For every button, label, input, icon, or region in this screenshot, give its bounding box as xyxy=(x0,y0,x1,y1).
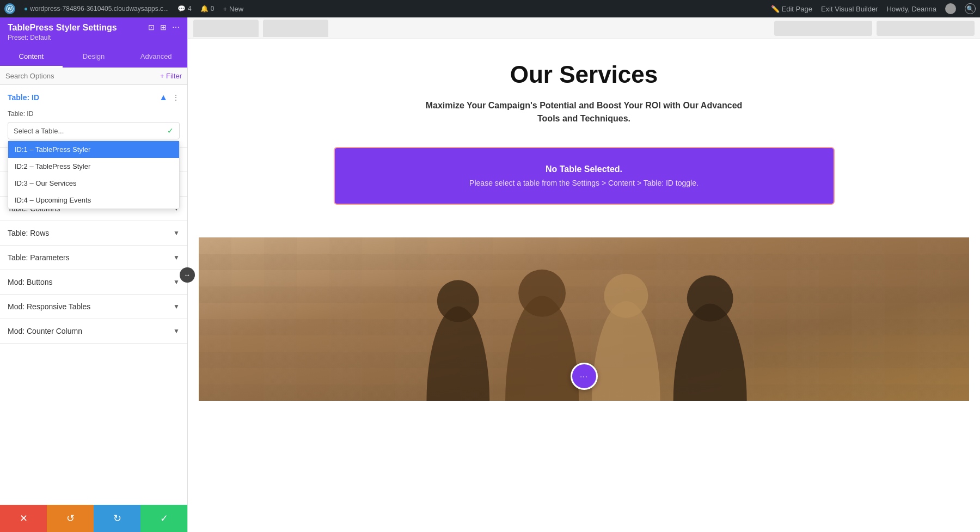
sidebar-layout-icon[interactable]: ⊞ xyxy=(160,23,167,32)
sidebar-copy-icon[interactable]: ⊡ xyxy=(148,23,155,32)
table-widget[interactable]: No Table Selected. Please select a table… xyxy=(334,147,835,205)
sidebar-content: Table: ID ▲ ⋮ Table: ID Select a Table..… xyxy=(0,85,187,505)
page-canvas: Our Services Maximize Your Campaign's Po… xyxy=(188,39,980,423)
section-mod-responsive-title: Mod: Responsive Tables xyxy=(8,302,90,311)
chevron-down-icon-responsive: ▼ xyxy=(173,303,180,310)
chevron-down-icon-parameters: ▼ xyxy=(173,254,180,261)
no-table-title: No Table Selected. xyxy=(346,164,823,174)
edit-page-bar-link[interactable]: ✏️ Edit Page xyxy=(771,5,812,13)
user-avatar[interactable] xyxy=(945,3,956,14)
services-section: Our Services Maximize Your Campaign's Po… xyxy=(334,61,835,205)
search-bar: + Filter xyxy=(0,68,187,85)
table-id-field-label: Table: ID xyxy=(8,110,180,118)
chevron-down-icon-mod-buttons: ▼ xyxy=(173,278,180,286)
comments-bar-icon[interactable]: 💬 4 xyxy=(177,5,192,13)
dropdown-option-1[interactable]: ID:1 – TablePress Styler xyxy=(8,141,179,158)
section-mod-buttons-title: Mod: Buttons xyxy=(8,278,53,286)
section-table-id-header[interactable]: Table: ID ▲ ⋮ xyxy=(0,85,187,110)
builder-tab-2[interactable] xyxy=(263,20,328,37)
section-table-parameters: Table: Parameters ▼ xyxy=(0,246,187,270)
services-subtitle: Maximize Your Campaign's Potential and B… xyxy=(421,99,748,125)
no-table-msg: Please select a table from the Settings … xyxy=(346,179,823,187)
builder-top-bar xyxy=(188,17,980,39)
sidebar-preset: Preset: Default xyxy=(8,34,180,41)
section-table-rows: Table: Rows ▼ xyxy=(0,221,187,246)
dropdown-option-4[interactable]: ID:4 – Upcoming Events xyxy=(8,192,179,209)
undo-button[interactable]: ↺ xyxy=(47,505,94,532)
section-table-parameters-title: Table: Parameters xyxy=(8,253,70,262)
section-mod-counter: Mod: Counter Column ▼ xyxy=(0,319,187,344)
section-table-rows-header[interactable]: Table: Rows ▼ xyxy=(0,221,187,245)
section-table-rows-title: Table: Rows xyxy=(8,229,49,237)
section-table-id-title: Table: ID xyxy=(8,93,39,102)
site-name-bar[interactable]: ● wordpress-784896-3610405.cloudwaysapps… xyxy=(24,5,169,13)
resize-handle[interactable]: ↔ xyxy=(180,267,195,283)
chat-dots-icon: ··· xyxy=(580,372,588,381)
table-select-dropdown: Select a Table... ✓ ID:1 – TablePress St… xyxy=(8,122,180,139)
svg-point-9 xyxy=(687,276,733,322)
wp-admin-bar: W ● wordpress-784896-3610405.cloudwaysap… xyxy=(0,0,980,17)
section-mod-counter-header[interactable]: Mod: Counter Column ▼ xyxy=(0,319,187,343)
search-input[interactable] xyxy=(5,72,160,80)
sidebar-header: TablePress Styler Settings Preset: Defau… xyxy=(0,17,187,47)
table-id-content: Table: ID Select a Table... ✓ ID:1 – Tab… xyxy=(0,110,187,147)
builder-right-btn-2[interactable] xyxy=(877,21,975,36)
notifications-bar-icon[interactable]: 🔔 0 xyxy=(200,5,215,13)
howdy-bar-text: Howdy, Deanna xyxy=(886,5,936,13)
search-bar-icon[interactable]: 🔍 xyxy=(965,3,976,14)
section-mod-responsive: Mod: Responsive Tables ▼ xyxy=(0,295,187,319)
builder-tab-1[interactable] xyxy=(193,20,259,37)
wp-logo-icon[interactable]: W xyxy=(4,3,15,14)
chevron-down-icon-rows: ▼ xyxy=(173,229,180,237)
dropdown-selected-value[interactable]: Select a Table... ✓ xyxy=(8,122,180,139)
tab-design[interactable]: Design xyxy=(63,47,125,68)
section-mod-counter-title: Mod: Counter Column xyxy=(8,327,82,335)
svg-point-5 xyxy=(518,270,566,317)
dropdown-list: ID:1 – TablePress Styler ID:2 – TablePre… xyxy=(8,140,180,209)
section-mod-responsive-header[interactable]: Mod: Responsive Tables ▼ xyxy=(0,295,187,319)
sidebar-more-icon[interactable]: ⋯ xyxy=(172,23,180,32)
tab-advanced[interactable]: Advanced xyxy=(125,47,187,68)
builder-right-btn-1[interactable] xyxy=(774,21,872,36)
svg-point-7 xyxy=(604,274,648,318)
section-table-id-menu-icon[interactable]: ⋮ xyxy=(172,93,180,102)
dropdown-placeholder: Select a Table... xyxy=(14,127,64,135)
sidebar-panel: TablePress Styler Settings Preset: Defau… xyxy=(0,17,188,532)
image-section: ··· xyxy=(199,237,969,401)
cancel-button[interactable]: ✕ xyxy=(0,505,47,532)
section-mod-buttons: Mod: Buttons ▼ xyxy=(0,270,187,295)
dropdown-option-3[interactable]: ID:3 – Our Services xyxy=(8,175,179,192)
main-content-area: Our Services Maximize Your Campaign's Po… xyxy=(188,17,980,532)
filter-button[interactable]: + Filter xyxy=(160,72,182,80)
redo-button[interactable]: ↻ xyxy=(94,505,140,532)
services-title: Our Services xyxy=(334,61,835,88)
section-mod-buttons-header[interactable]: Mod: Buttons ▼ xyxy=(0,270,187,294)
tab-content[interactable]: Content xyxy=(0,47,63,68)
new-bar-button[interactable]: + New xyxy=(223,5,243,13)
section-table-id: Table: ID ▲ ⋮ Table: ID Select a Table..… xyxy=(0,85,187,148)
section-table-id-collapse-icon[interactable]: ▲ xyxy=(159,93,168,102)
exit-builder-bar-link[interactable]: Exit Visual Builder xyxy=(821,5,878,13)
save-button[interactable]: ✓ xyxy=(140,505,187,532)
svg-point-3 xyxy=(437,280,479,322)
chat-bubble[interactable]: ··· xyxy=(571,363,598,390)
chevron-down-icon-counter: ▼ xyxy=(173,327,180,335)
dropdown-check-icon: ✓ xyxy=(167,126,174,135)
resize-icon: ↔ xyxy=(184,271,191,279)
dropdown-option-2[interactable]: ID:2 – TablePress Styler xyxy=(8,158,179,175)
svg-text:W: W xyxy=(8,6,12,11)
sidebar-tabs: Content Design Advanced xyxy=(0,47,187,68)
sidebar-bottom-bar: ✕ ↺ ↻ ✓ xyxy=(0,505,187,532)
section-table-parameters-header[interactable]: Table: Parameters ▼ xyxy=(0,246,187,270)
